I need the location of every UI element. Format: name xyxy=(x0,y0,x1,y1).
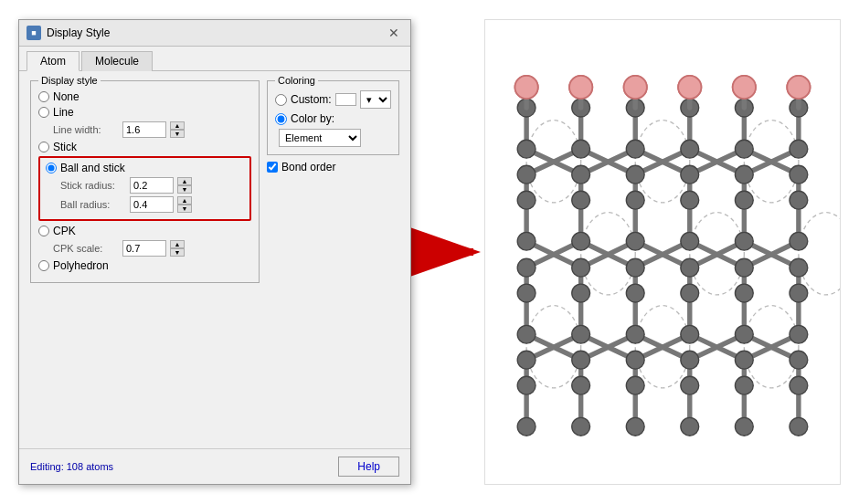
colorby-row: Color by: xyxy=(275,112,391,125)
dialog-icon: ■ xyxy=(27,26,41,40)
svg-point-194 xyxy=(569,76,592,99)
svg-point-181 xyxy=(517,417,536,436)
svg-point-131 xyxy=(735,140,753,158)
svg-point-167 xyxy=(735,325,753,343)
svg-point-130 xyxy=(681,140,699,158)
molecule-visualization: .bond { stroke: #888; stroke-width: 5; s… xyxy=(484,19,841,485)
svg-point-193 xyxy=(514,76,537,99)
svg-point-166 xyxy=(681,325,699,343)
element-dropdown-row: Element xyxy=(279,129,391,147)
svg-point-132 xyxy=(790,140,808,158)
option-stick-row: Stick xyxy=(38,141,251,153)
svg-point-158 xyxy=(572,284,590,302)
svg-point-137 xyxy=(735,165,753,184)
stick-radius-down[interactable]: ▼ xyxy=(177,185,192,194)
line-width-down[interactable]: ▼ xyxy=(170,130,185,138)
ball-radius-up[interactable]: ▲ xyxy=(177,196,192,205)
svg-point-145 xyxy=(517,232,536,250)
bond-order-label: Bond order xyxy=(281,161,335,173)
section-right: Coloring Custom: ▾ Color by: xyxy=(267,80,399,287)
svg-point-135 xyxy=(626,165,644,184)
svg-point-170 xyxy=(572,351,590,369)
svg-point-185 xyxy=(735,417,753,436)
custom-dropdown[interactable]: ▾ xyxy=(360,90,391,109)
line-width-label: Line width: xyxy=(53,124,119,135)
cpk-scale-up[interactable]: ▲ xyxy=(170,240,185,248)
svg-point-146 xyxy=(572,232,590,250)
option-line-radio[interactable] xyxy=(38,107,49,118)
svg-point-149 xyxy=(735,232,753,250)
help-button[interactable]: Help xyxy=(338,457,399,477)
bond-order-checkbox[interactable] xyxy=(267,162,278,173)
colorby-radio[interactable] xyxy=(275,113,287,125)
display-style-group: Display style None Line Line width: xyxy=(30,80,260,283)
cpk-scale-down[interactable]: ▼ xyxy=(170,248,185,257)
option-polyhedron-label: Polyhedron xyxy=(53,259,109,272)
line-width-input[interactable] xyxy=(122,121,166,138)
option-line-row: Line xyxy=(38,106,251,119)
svg-point-160 xyxy=(681,284,699,302)
stick-radius-input[interactable] xyxy=(130,177,174,194)
svg-point-198 xyxy=(787,76,810,99)
option-stick-radio[interactable] xyxy=(38,142,49,152)
svg-point-157 xyxy=(517,284,536,302)
svg-point-152 xyxy=(572,258,590,277)
option-none-row: None xyxy=(38,90,251,103)
svg-point-165 xyxy=(626,325,644,343)
svg-point-195 xyxy=(624,76,647,99)
cpk-scale-row: CPK scale: ▲ ▼ xyxy=(53,240,251,257)
option-cpk-radio[interactable] xyxy=(38,226,49,236)
svg-point-180 xyxy=(790,376,808,394)
option-ball-stick-radio[interactable] xyxy=(46,163,57,173)
cpk-scale-spinners: ▲ ▼ xyxy=(170,240,185,257)
svg-point-139 xyxy=(517,191,536,209)
editing-info: Editing: 108 atoms xyxy=(30,461,113,472)
svg-point-129 xyxy=(626,140,644,158)
dialog-content: Display style None Line Line width: xyxy=(19,70,410,448)
option-ball-stick-row: Ball and stick xyxy=(46,162,244,174)
red-arrow-svg xyxy=(411,225,484,279)
molecule-svg-main xyxy=(485,20,840,484)
arrow-area xyxy=(411,225,484,279)
svg-point-143 xyxy=(735,191,753,209)
option-polyhedron-radio[interactable] xyxy=(38,260,49,271)
svg-point-140 xyxy=(572,191,590,209)
close-button[interactable]: ✕ xyxy=(385,26,403,39)
option-stick-label: Stick xyxy=(53,141,77,153)
option-line-label: Line xyxy=(53,106,74,119)
custom-label: Custom: xyxy=(291,93,332,106)
colorby-label: Color by: xyxy=(291,112,334,125)
cpk-scale-input[interactable] xyxy=(122,240,166,257)
svg-point-155 xyxy=(735,258,753,277)
ball-radius-label: Ball radius: xyxy=(60,199,126,210)
line-width-up[interactable]: ▲ xyxy=(170,121,185,130)
svg-point-173 xyxy=(735,351,753,369)
cpk-scale-label: CPK scale: xyxy=(53,243,119,254)
svg-point-148 xyxy=(681,232,699,250)
custom-color-box[interactable] xyxy=(335,93,356,106)
custom-row: Custom: ▾ xyxy=(275,90,391,109)
svg-point-176 xyxy=(572,376,590,394)
tab-atom[interactable]: Atom xyxy=(27,51,80,71)
svg-point-161 xyxy=(735,284,753,302)
coloring-group-label: Coloring xyxy=(275,75,318,86)
svg-point-154 xyxy=(681,258,699,277)
svg-point-196 xyxy=(678,76,701,99)
stick-radius-up[interactable]: ▲ xyxy=(177,177,192,185)
svg-point-133 xyxy=(517,165,536,184)
element-dropdown[interactable]: Element xyxy=(279,129,361,147)
section-left: Display style None Line Line width: xyxy=(30,80,260,287)
dialog-bottom: Editing: 108 atoms Help xyxy=(19,448,410,484)
svg-point-174 xyxy=(790,351,808,369)
ball-and-stick-section: Ball and stick Stick radius: ▲ ▼ xyxy=(38,156,251,221)
option-none-radio[interactable] xyxy=(38,91,49,102)
custom-radio[interactable] xyxy=(275,94,287,106)
svg-point-144 xyxy=(790,191,808,209)
ball-radius-down[interactable]: ▼ xyxy=(177,205,192,213)
coloring-group: Coloring Custom: ▾ Color by: xyxy=(267,80,399,155)
svg-point-147 xyxy=(626,232,644,250)
tab-molecule[interactable]: Molecule xyxy=(81,51,153,71)
svg-point-182 xyxy=(572,417,590,436)
svg-point-163 xyxy=(517,325,536,343)
ball-radius-input[interactable] xyxy=(130,196,174,213)
